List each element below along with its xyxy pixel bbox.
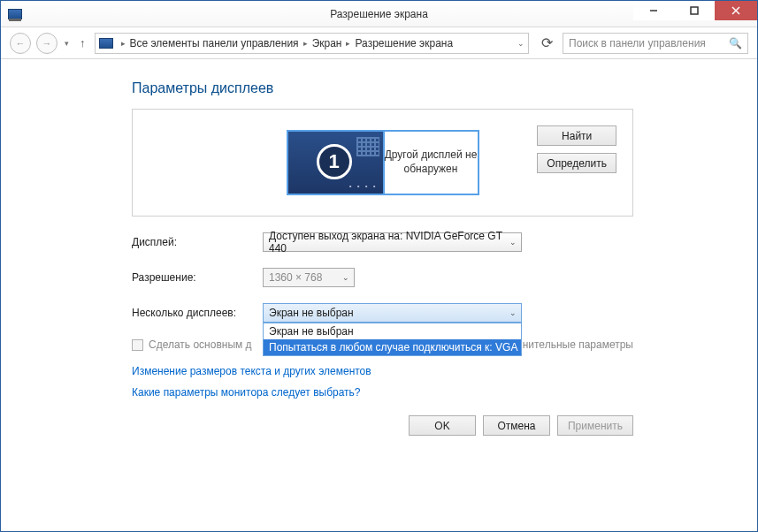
- chevron-right-icon: ▸: [119, 39, 128, 48]
- window-controls: [633, 1, 757, 20]
- chevron-right-icon: ▸: [301, 39, 310, 48]
- multi-displays-select[interactable]: Экран не выбран ⌄: [263, 303, 522, 323]
- display-label: Дисплей:: [132, 236, 263, 248]
- multi-option-none[interactable]: Экран не выбран: [264, 323, 521, 339]
- display-value: Доступен выход экрана на: NVIDIA GeForce…: [269, 230, 503, 255]
- chevron-down-icon: ⌄: [509, 238, 517, 247]
- monitor-grid-icon: [356, 137, 379, 156]
- crumb-leaf[interactable]: Разрешение экрана: [355, 37, 453, 49]
- make-primary-checkbox: [132, 339, 143, 351]
- monitor-1[interactable]: 1 • • • •: [287, 130, 383, 195]
- dialog-buttons: OK Отмена Применить: [409, 415, 633, 436]
- navbar: ← → ▾ ↑ ▸ Все элементы панели управления…: [1, 27, 757, 59]
- monitor-not-detected[interactable]: Другой дисплей не обнаружен: [383, 130, 479, 195]
- content: Параметры дисплеев 1 • • • • Другой дисп…: [1, 59, 757, 411]
- monitor-number: 1: [317, 144, 352, 179]
- chevron-down-icon[interactable]: ⌄: [517, 39, 524, 48]
- display-side-buttons: Найти Определить: [537, 125, 616, 173]
- chevron-down-icon: ⌄: [342, 273, 349, 282]
- search-icon: 🔍: [729, 37, 742, 49]
- page-heading: Параметры дисплеев: [132, 80, 633, 96]
- multi-displays-row: Несколько дисплеев: Экран не выбран ⌄ Эк…: [132, 303, 633, 323]
- maximize-button[interactable]: [674, 1, 715, 20]
- crumb-root[interactable]: Все элементы панели управления: [130, 37, 299, 49]
- chevron-down-icon: ⌄: [509, 308, 517, 317]
- apply-button: Применить: [557, 415, 633, 436]
- refresh-button[interactable]: ⟳: [536, 33, 557, 54]
- multi-displays-dropdown: Экран не выбран Попытаться в любом случа…: [263, 323, 522, 356]
- resolution-label: Разрешение:: [132, 271, 263, 284]
- displays-preview: 1 • • • • Другой дисплей не обнаружен На…: [132, 109, 633, 217]
- resize-text-link[interactable]: Изменение размеров текста и других элеме…: [132, 365, 633, 377]
- search-input[interactable]: Поиск в панели управления 🔍: [563, 33, 748, 54]
- address-bar[interactable]: ▸ Все элементы панели управления ▸ Экран…: [95, 33, 530, 54]
- multi-value: Экран не выбран: [269, 307, 354, 319]
- cancel-button[interactable]: Отмена: [483, 415, 550, 436]
- display-select[interactable]: Доступен выход экрана на: NVIDIA GeForce…: [263, 232, 522, 252]
- titlebar: Разрешение экрана: [1, 1, 757, 27]
- window: Разрешение экрана ← → ▾ ↑ ▸ Все элементы…: [0, 0, 758, 532]
- advanced-params-link[interactable]: лнительные параметры: [517, 338, 633, 351]
- search-placeholder: Поиск в панели управления: [569, 37, 706, 49]
- location-icon: [99, 38, 113, 49]
- make-primary-label: Сделать основным д: [149, 338, 252, 351]
- multi-label: Несколько дисплеев:: [132, 307, 263, 319]
- resolution-value: 1360 × 768: [269, 271, 322, 284]
- up-button[interactable]: ↑: [76, 36, 89, 49]
- svg-rect-1: [691, 7, 698, 14]
- history-dropdown-icon[interactable]: ▾: [63, 39, 71, 48]
- resolution-select: 1360 × 768 ⌄: [263, 268, 355, 287]
- find-button[interactable]: Найти: [537, 125, 616, 146]
- identify-button[interactable]: Определить: [537, 153, 616, 173]
- monitors: 1 • • • • Другой дисплей не обнаружен: [287, 130, 479, 195]
- close-button[interactable]: [715, 1, 757, 20]
- monitor-dots-icon: • • • •: [349, 182, 378, 190]
- monitor-not-detected-text: Другой дисплей не обнаружен: [385, 148, 478, 176]
- chevron-right-icon: ▸: [343, 39, 353, 48]
- crumb-mid[interactable]: Экран: [312, 37, 342, 49]
- multi-option-vga[interactable]: Попытаться в любом случае подключиться к…: [264, 339, 521, 355]
- resolution-row: Разрешение: 1360 × 768 ⌄: [132, 268, 633, 287]
- which-settings-link[interactable]: Какие параметры монитора следует выбрать…: [132, 386, 633, 399]
- minimize-button[interactable]: [633, 1, 674, 20]
- ok-button[interactable]: OK: [409, 415, 476, 436]
- display-row: Дисплей: Доступен выход экрана на: NVIDI…: [132, 232, 633, 252]
- back-button[interactable]: ←: [10, 33, 31, 54]
- forward-button[interactable]: →: [36, 33, 57, 54]
